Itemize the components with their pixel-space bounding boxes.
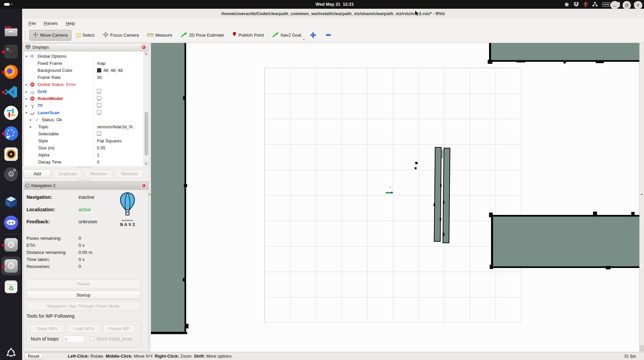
minimize-button[interactable] [610,1,619,9]
reset-button[interactable]: Reset [24,353,43,359]
tree-row-decay-time[interactable]: Decay Time 0 [24,159,143,166]
robotmodel-checkbox[interactable] [97,96,101,100]
grid-checkbox[interactable] [97,89,101,93]
collapse-left-icon[interactable] [149,192,150,196]
tree-row-global-options[interactable]: ⚙ Global Options [24,53,143,60]
nav2-panel-titlebar[interactable]: Navigation 2 [24,182,148,190]
expander-icon[interactable] [25,88,27,95]
menu-help[interactable]: Help [64,21,77,26]
splitter-dots[interactable] [77,167,91,168]
close-button[interactable]: × [634,1,642,9]
tree-row-topic[interactable]: Topic sensors/lidar2d_0/.. [24,123,143,130]
color-swatch[interactable] [97,68,101,73]
menu-panels[interactable]: Panels [42,21,59,26]
row-value[interactable]: 1 [97,151,99,159]
pose-estimate-tool[interactable]: 2D Pose Estimate [177,30,227,40]
measure-tool[interactable]: Measure [144,30,176,40]
splitter-dots[interactable] [77,180,91,181]
scroll-up-icon[interactable]: ▲ [144,51,149,56]
toolbar-overflow-icon[interactable]: ▾ [303,38,305,41]
row-value[interactable]: Flat Squares [97,137,122,144]
row-value[interactable]: 0.05 [97,144,105,151]
tree-row-style[interactable]: Style Flat Squares [24,137,143,144]
workspace-dot[interactable] [11,4,12,5]
vscode-icon[interactable] [4,85,18,99]
expander-icon[interactable] [30,123,32,130]
num-loops-input[interactable] [63,335,85,343]
row-value[interactable]: 0 [97,159,99,166]
tree-row-fixed-frame[interactable]: Fixed Frame map [24,60,143,67]
remove-button[interactable]: Remove [85,169,113,178]
row-value[interactable]: map [97,60,105,67]
row-value[interactable]: 30 [97,74,102,81]
audio-player-icon[interactable] [4,147,18,162]
selectable-checkbox[interactable] [97,131,101,136]
app-window-1-icon[interactable]: ⚙ [4,237,18,252]
signal-icon[interactable] [4,126,18,141]
terminal-icon[interactable]: >_ [4,44,18,59]
clock[interactable]: Wed May 21 12:21 [313,0,357,9]
trash-icon[interactable]: ♻ [4,279,18,294]
rename-button[interactable]: Rename [115,169,144,178]
remove-tool-button[interactable] [322,30,335,40]
right-handle-button[interactable] [640,345,644,351]
nav2-goal-tool[interactable]: Nav2 Goal [269,30,305,40]
move-camera-tool[interactable]: Move Camera [29,30,71,41]
scrollbar-thumb[interactable] [145,112,148,155]
duplicate-button[interactable]: Duplicate [54,169,82,178]
restore-button[interactable] [623,1,631,9]
tf-checkbox[interactable] [97,103,101,107]
tree-row-status-ok[interactable]: ✓ Status: Ok [24,116,143,123]
displays-close-button[interactable] [141,44,147,50]
tree-row-laserscan[interactable]: LaserScan [24,109,143,116]
expander-icon[interactable] [25,95,27,102]
select-tool[interactable]: Select [73,30,98,40]
load-wps-button[interactable]: Load WPs [67,324,101,333]
displays-panel-titlebar[interactable]: Displays [24,43,148,51]
tree-row-global-status[interactable]: Global Status: Error [24,81,143,88]
store-initial-pose-checkbox[interactable] [90,336,94,341]
tree-row-alpha[interactable]: Alpha 1 [24,151,143,159]
settings-icon[interactable]: ⚙ ⚙ [4,167,18,182]
render-viewport[interactable] [151,43,639,352]
row-value[interactable]: sensors/lidar2d_0/.. [97,123,135,130]
save-wps-button[interactable]: Save WPs [30,324,64,333]
add-tool-button[interactable] [306,30,320,40]
slack-icon[interactable] [4,105,18,120]
menu-file[interactable]: File [27,21,38,26]
laserscan-checkbox[interactable] [97,110,101,115]
add-button[interactable]: Add [23,169,51,178]
panel-splitter[interactable] [149,43,151,352]
scroll-down-icon[interactable]: ▼ [144,162,149,166]
startup-button[interactable]: Startup [26,290,141,299]
tree-row-size[interactable]: Size (m) 0.05 [24,144,143,151]
show-apps-icon[interactable] [4,346,18,360]
discord-icon[interactable] [4,215,18,230]
expander-icon[interactable] [25,109,27,116]
files-icon[interactable] [4,24,18,39]
waypoint-mode-button[interactable]: Waypoint / Nav Through Poses Mode [26,302,141,310]
pause-wp-button[interactable]: Pause WP [103,324,136,333]
tree-row-robotmodel[interactable]: RobotModel [24,95,143,102]
firefox-icon[interactable] [4,64,18,79]
virtualbox-icon[interactable] [4,195,18,210]
collapse-right-icon[interactable] [641,192,642,196]
expander-icon[interactable] [25,102,27,109]
right-panel-handle[interactable] [639,43,644,352]
tree-row-background-color[interactable]: Background Color 48; 48; 48 [24,67,143,74]
expander-icon[interactable] [30,116,32,123]
nav2-close-button[interactable] [141,183,147,189]
row-value[interactable]: 48; 48; 48 [103,67,123,74]
expander-icon[interactable] [25,81,27,88]
pause-button[interactable]: Pause [26,279,141,288]
window-titlebar[interactable]: /home/civerachb/Code/clearpath_common_ws… [22,9,644,19]
tree-row-grid[interactable]: Grid [24,88,143,95]
tree-row-selectable[interactable]: Selectable [24,130,143,137]
tree-row-tf[interactable]: TF [24,102,143,109]
focus-camera-tool[interactable]: Focus Camera [100,30,142,40]
expander-icon[interactable] [25,53,27,60]
displays-scrollbar[interactable]: ▲ ▼ [144,51,149,166]
tree-row-frame-rate[interactable]: Frame Rate 30 [24,74,143,81]
publish-point-tool[interactable]: Publish Point [229,30,267,40]
app-window-2-icon[interactable]: ⚙ [4,259,18,273]
